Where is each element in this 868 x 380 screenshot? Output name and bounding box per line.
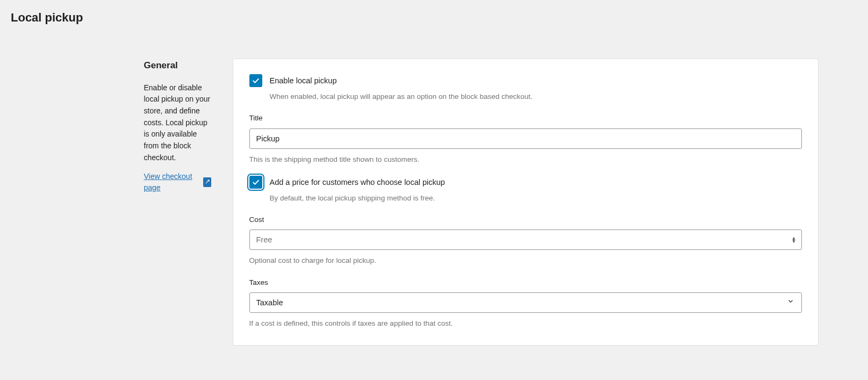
enable-pickup-checkbox[interactable]	[249, 74, 262, 87]
add-price-row: Add a price for customers who choose loc…	[249, 176, 802, 189]
page-title: Local pickup	[11, 9, 857, 26]
view-checkout-link-text: View checkout page	[144, 171, 200, 193]
enable-pickup-label[interactable]: Enable local pickup	[270, 74, 337, 87]
taxes-helper: If a cost is defined, this controls if t…	[249, 318, 802, 329]
settings-sidebar: General Enable or disable local pickup o…	[50, 59, 233, 346]
cost-input[interactable]	[249, 230, 802, 250]
view-checkout-link[interactable]: View checkout page	[144, 171, 211, 193]
taxes-select[interactable]: Taxable	[249, 292, 802, 313]
cost-helper: Optional cost to charge for local pickup…	[249, 255, 802, 266]
add-price-label[interactable]: Add a price for customers who choose loc…	[270, 176, 445, 189]
title-label: Title	[249, 113, 802, 124]
add-price-checkbox[interactable]	[249, 176, 262, 189]
enable-pickup-row: Enable local pickup	[249, 74, 802, 87]
external-link-icon	[203, 177, 211, 187]
check-icon	[251, 76, 261, 85]
title-field-block: Title This is the shipping method title …	[249, 113, 802, 165]
add-price-helper: By default, the local pickup shipping me…	[270, 193, 802, 204]
taxes-label: Taxes	[249, 277, 802, 288]
cost-field-block: Cost ▲ ▼ Optional cost to charge for loc…	[249, 214, 802, 267]
title-helper: This is the shipping method title shown …	[249, 154, 802, 165]
sidebar-description: Enable or disable local pickup on your s…	[144, 82, 211, 164]
sidebar-heading: General	[144, 59, 211, 73]
taxes-field-block: Taxes Taxable If a cost is defined, this…	[249, 277, 802, 329]
title-input[interactable]	[249, 128, 802, 149]
cost-label: Cost	[249, 214, 802, 225]
enable-pickup-helper: When enabled, local pickup will appear a…	[270, 91, 802, 102]
settings-card: Enable local pickup When enabled, local …	[233, 59, 819, 346]
check-icon	[251, 177, 261, 187]
settings-row: General Enable or disable local pickup o…	[50, 59, 819, 346]
